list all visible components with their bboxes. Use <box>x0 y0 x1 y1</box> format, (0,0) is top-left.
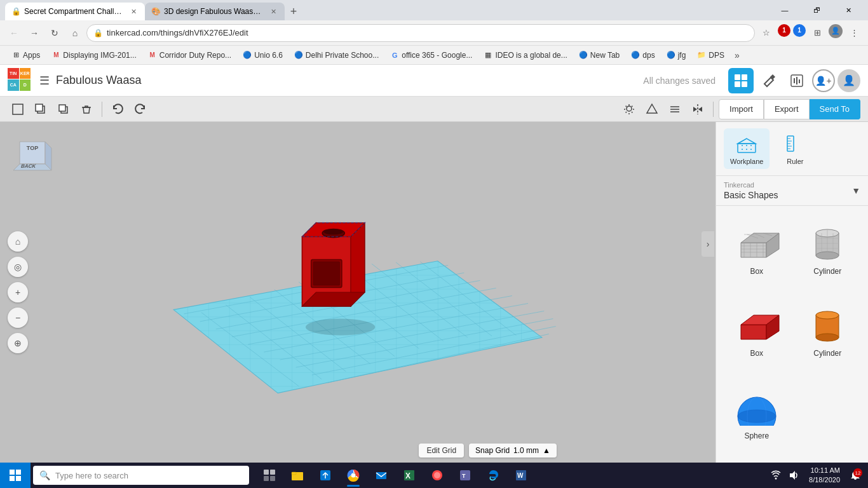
ruler-button[interactable]: Ruler <box>777 128 813 169</box>
right-panel: Workplane Ruler Tinkercad Basic Shapes ▼ <box>715 122 868 463</box>
menu-icon[interactable]: ☰ <box>39 74 50 88</box>
shape-gray-cylinder[interactable]: Cylinder <box>795 214 861 290</box>
bookmark-ideo[interactable]: ▦ IDEO is a global de... <box>478 49 572 62</box>
light-button[interactable] <box>619 99 639 119</box>
snap-grid-arrow[interactable]: ▲ <box>543 446 550 455</box>
ruler-label: Ruler <box>787 158 803 165</box>
bookmark-newtab[interactable]: 🔵 New Tab <box>574 49 625 62</box>
extensions-btn[interactable]: ⊞ <box>808 24 826 42</box>
category-label: Tinkercad <box>724 181 851 189</box>
minimize-button[interactable]: — <box>770 0 799 20</box>
back-button[interactable]: ← <box>5 24 23 42</box>
taskbar-teams[interactable]: T <box>452 463 478 488</box>
profile-icon[interactable]: 1 <box>793 24 806 37</box>
tinkercad-logo[interactable]: TIN KER CA D <box>8 68 33 93</box>
edit-grid-button[interactable]: Edit Grid <box>419 444 464 458</box>
home-view-button[interactable]: ⌂ <box>8 231 28 252</box>
undo-button[interactable] <box>107 99 128 119</box>
grid-view-button[interactable] <box>728 68 754 93</box>
workplane-button[interactable]: Workplane <box>724 128 770 169</box>
svg-rect-110 <box>270 470 275 475</box>
align-button[interactable] <box>665 99 685 119</box>
shape-selector[interactable]: Tinkercad Basic Shapes ▼ <box>716 176 868 206</box>
more-bookmarks-button[interactable]: » <box>731 48 743 62</box>
bookmark-dps[interactable]: 🔵 dps <box>626 49 660 62</box>
profile-button[interactable]: 👤 <box>837 69 860 92</box>
notification-button[interactable]: 12 <box>848 468 863 483</box>
user-icon[interactable]: 👤 <box>829 24 843 38</box>
bookmark-delhi[interactable]: 🔵 Delhi Private Schoo... <box>289 49 384 62</box>
refresh-button[interactable]: ↻ <box>46 24 64 42</box>
address-bar[interactable]: 🔒 tinkercad.com/things/dhVfiX276EJ/edit <box>86 24 755 42</box>
bookmark-unio[interactable]: 🔵 Unio 6.6 <box>238 49 288 62</box>
panel-collapse-arrow[interactable]: › <box>702 231 714 257</box>
new-tab-button[interactable]: + <box>285 3 302 20</box>
taskbar-excel[interactable]: X <box>397 463 422 488</box>
send-to-button[interactable]: Send To <box>810 99 860 119</box>
category-dropdown-arrow[interactable]: ▼ <box>851 186 860 196</box>
shape-red-box[interactable]: Box <box>724 295 790 372</box>
taskbar-network-icon[interactable] <box>768 468 783 483</box>
import-button[interactable]: Import <box>719 99 764 119</box>
svg-point-65 <box>746 149 747 150</box>
hammer-view-button[interactable] <box>756 68 782 93</box>
main-canvas[interactable]: TOP BACK ⌂ ◎ + − ⊕ Edit Grid Snap Grid 1… <box>0 122 715 463</box>
bookmark-corridor[interactable]: M Corridor Duty Repo... <box>143 49 236 62</box>
export-button[interactable]: Export <box>764 99 810 119</box>
tab-secret-compartment[interactable]: 🔒 Secret Compartment Challenge ✕ <box>5 3 145 20</box>
close-button[interactable]: ✕ <box>834 0 863 20</box>
taskbar-store[interactable] <box>313 463 338 488</box>
fit-view-button[interactable]: ◎ <box>8 257 28 277</box>
office365-favicon: G <box>390 51 399 60</box>
taskbar-chrome[interactable] <box>341 463 366 488</box>
shape-blue-sphere[interactable]: Sphere <box>724 378 790 455</box>
zoom-in-button[interactable]: + <box>8 282 28 302</box>
snap-grid-control[interactable]: Snap Grid 1.0 mm ▲ <box>469 444 557 458</box>
home-button[interactable]: ⌂ <box>66 24 84 42</box>
taskbar-edge[interactable] <box>480 463 506 488</box>
duplicate-button[interactable] <box>53 99 74 119</box>
taskbar-word[interactable]: W <box>508 463 534 488</box>
bookmark-office365[interactable]: G office 365 - Google... <box>385 49 477 62</box>
svg-point-124 <box>434 472 440 478</box>
bookmark-gmail1[interactable]: M Displaying IMG-201... <box>46 49 141 62</box>
simulation-button[interactable] <box>784 68 810 93</box>
taskbar-search[interactable]: 🔍 Type here to search <box>33 466 249 485</box>
new-shape-button[interactable] <box>8 99 28 119</box>
taskbar-volume-icon[interactable] <box>786 468 801 483</box>
taskbar-time-display[interactable]: 10:11 AM 8/18/2020 <box>804 466 845 485</box>
gray-cylinder-preview <box>802 219 853 263</box>
tab2-close-icon[interactable]: ✕ <box>268 6 278 17</box>
forward-button[interactable]: → <box>25 24 43 42</box>
bookmark-apps[interactable]: ⊞ Apps <box>6 49 45 62</box>
add-person-button[interactable]: 👤+ <box>812 69 835 92</box>
perspective-button[interactable]: ⊕ <box>8 333 28 353</box>
menu-button[interactable]: ⋮ <box>845 24 863 42</box>
start-button[interactable] <box>0 463 31 488</box>
tab-3d-design[interactable]: 🎨 3D design Fabulous Waasa | Tink... ✕ <box>145 3 285 20</box>
tab1-close-icon[interactable]: ✕ <box>128 6 139 17</box>
taskbar-mail[interactable] <box>369 463 394 488</box>
bookmark-dps2[interactable]: 📁 DPS <box>692 49 729 62</box>
redo-button[interactable] <box>130 99 151 119</box>
view-cube-svg[interactable]: TOP BACK <box>10 132 55 177</box>
svg-text:W: W <box>517 472 524 479</box>
taskbar-app7[interactable] <box>424 463 450 488</box>
extensions-icon[interactable]: 1 <box>778 24 790 37</box>
title-bar: 🔒 Secret Compartment Challenge ✕ 🎨 3D de… <box>0 0 868 20</box>
maximize-button[interactable]: 🗗 <box>802 0 831 20</box>
zoom-out-button[interactable]: − <box>8 308 28 328</box>
taskbar-explorer[interactable] <box>285 463 310 488</box>
tab2-title: 3D design Fabulous Waasa | Tink... <box>164 7 264 16</box>
svg-marker-59 <box>738 139 756 144</box>
taskbar-task-view[interactable] <box>257 463 282 488</box>
shape-gray-box[interactable]: Box <box>724 214 790 290</box>
bookmark-icon[interactable]: ☆ <box>757 24 775 42</box>
shape-orange-cylinder[interactable]: Cylinder <box>795 295 861 372</box>
mirror-button[interactable] <box>688 99 708 119</box>
delete-button[interactable] <box>76 99 97 119</box>
design-name[interactable]: Fabulous Waasa <box>56 74 643 87</box>
shape-gen-button[interactable] <box>642 99 662 119</box>
copy-button[interactable] <box>31 99 51 119</box>
bookmark-jfg[interactable]: 🔵 jfg <box>661 49 691 62</box>
